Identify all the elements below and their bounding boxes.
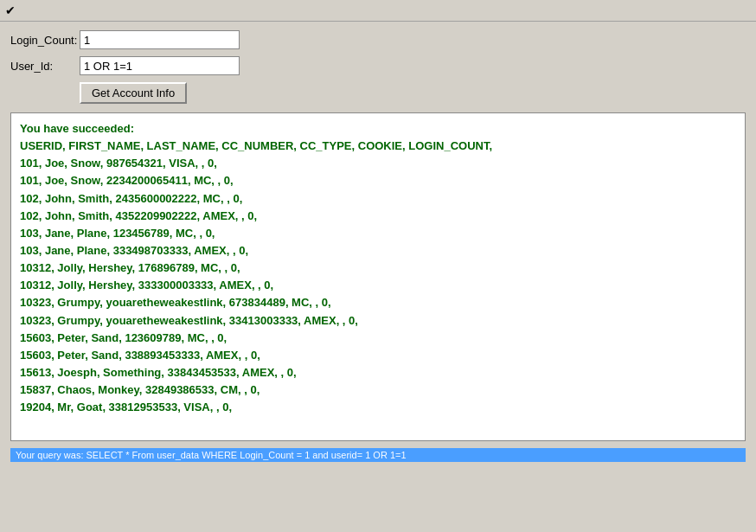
data-line: 15837, Chaos, Monkey, 32849386533, CM, ,… (20, 381, 736, 399)
data-line: 10312, Jolly, Hershey, 333300003333, AME… (20, 277, 736, 294)
query-bar: Your query was: SELECT * From user_data … (10, 448, 746, 462)
data-line: 10323, Grumpy, youaretheweakestlink, 673… (20, 294, 736, 311)
user-id-label: User_Id: (10, 60, 80, 73)
top-bar: ✔ (0, 0, 756, 22)
data-line: 101, Joe, Snow, 987654321, VISA, , 0, (20, 155, 736, 172)
data-line: 103, Jane, Plane, 123456789, MC, , 0, (20, 225, 736, 242)
results-area: You have succeeded: USERID, FIRST_NAME, … (10, 112, 746, 441)
data-line: 15603, Peter, Sand, 123609789, MC, , 0, (20, 330, 736, 347)
data-lines-container: 101, Joe, Snow, 987654321, VISA, , 0,101… (20, 155, 736, 416)
login-count-input[interactable] (80, 30, 240, 49)
success-line: You have succeeded: (20, 120, 736, 138)
results-header-line: USERID, FIRST_NAME, LAST_NAME, CC_NUMBER… (20, 138, 736, 155)
data-line: 102, John, Smith, 2435600002222, MC, , 0… (20, 190, 736, 208)
data-line: 15613, Joesph, Something, 33843453533, A… (20, 364, 736, 381)
user-id-input[interactable] (80, 56, 240, 75)
data-line: 15603, Peter, Sand, 338893453333, AMEX, … (20, 347, 736, 364)
data-line: 103, Jane, Plane, 333498703333, AMEX, , … (20, 242, 736, 260)
login-count-label: Login_Count: (10, 34, 80, 47)
data-line: 101, Joe, Snow, 2234200065411, MC, , 0, (20, 172, 736, 189)
data-line: 10323, Grumpy, youaretheweakestlink, 334… (20, 312, 736, 330)
main-content: Login_Count: User_Id: Get Account Info Y… (0, 22, 756, 471)
data-line: 19204, Mr, Goat, 33812953533, VISA, , 0, (20, 399, 736, 416)
get-account-button[interactable]: Get Account Info (80, 82, 187, 104)
user-id-row: User_Id: (10, 56, 746, 75)
checkmark-icon: ✔ (5, 3, 16, 17)
login-count-row: Login_Count: (10, 30, 746, 49)
data-line: 102, John, Smith, 4352209902222, AMEX, ,… (20, 208, 736, 225)
data-line: 10312, Jolly, Hershey, 176896789, MC, , … (20, 260, 736, 277)
button-row: Get Account Info (10, 82, 746, 112)
